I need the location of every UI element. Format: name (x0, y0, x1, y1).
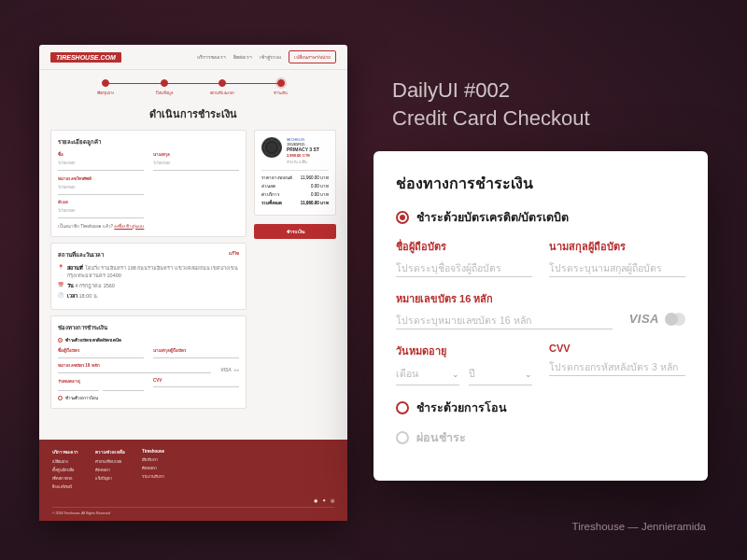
lang-button[interactable]: เปลี่ยนภาษา/หน่วย (289, 50, 336, 63)
location-card: สถานที่และวันเวลาแก้ไข 📍สถานที่ โดยวิ่ง … (50, 243, 247, 310)
step-label: สถานที่และเวลา (210, 90, 234, 96)
radio-icon[interactable] (58, 338, 63, 343)
page-title: ดำเนินการชำระเงิน (39, 102, 347, 130)
radio-icon[interactable] (58, 396, 63, 400)
login-link[interactable]: ลงชื่อเข้าสู่ระบบ (114, 224, 144, 229)
lastname-label: นามสกุลผู้ถือบัตร (549, 238, 685, 255)
edit-link[interactable]: แก้ไข (229, 250, 239, 257)
customer-card: รายละเอียดลูกค้า ชื่อโปรดกรอก นามสกุลโปร… (50, 130, 247, 237)
cardnumber-input[interactable] (396, 312, 613, 329)
month-select[interactable]: เดือน⌄ (396, 363, 459, 385)
radio-icon[interactable] (396, 211, 409, 224)
step-label: เลือกรุ่นยาง (97, 90, 114, 96)
option-installment: ผ่อนชำระ (396, 428, 685, 447)
tire-image (261, 137, 282, 158)
nav-link[interactable]: เข้าสู่ระบบ (260, 53, 281, 61)
whatsapp-icon[interactable]: ◎ (331, 497, 334, 503)
calendar-icon: 📅 (58, 282, 63, 287)
chevron-down-icon: ⌄ (452, 370, 459, 379)
cvv-input[interactable] (549, 358, 685, 376)
cvv-label: CVV (549, 343, 685, 354)
card-heading: ช่องทางการชำระเงิน (396, 172, 685, 195)
radio-icon[interactable] (396, 401, 409, 414)
nav-link[interactable]: บริการของเรา (197, 53, 226, 61)
firstname-label: ชื่อผู้ถือบัตร (396, 238, 532, 255)
twitter-icon[interactable]: ✦ (322, 497, 326, 503)
footer: บริการของเราเปลี่ยนยางตั้งศูนย์ถ่วงล้อเช… (39, 440, 347, 521)
option-transfer[interactable]: ชำระด้วยการโอน (396, 399, 685, 417)
progress-stepper: เลือกรุ่นยาง ป้อนข้อมูล สถานที่และเวลา ช… (39, 70, 347, 102)
top-nav: บริการของเรา ติดต่อเรา เข้าสู่ระบบ เปลี่… (197, 50, 336, 63)
payment-method-card: ช่องทางการชำระเงิน ชำระด้วยบัตรเครดิต/บั… (374, 151, 708, 481)
option-credit-card[interactable]: ชำระด้วยบัตรเครดิต/บัตรเดบิต (396, 208, 685, 227)
lastname-input[interactable] (549, 259, 685, 277)
clock-icon: 🕐 (58, 292, 63, 298)
step-label: ป้อนข้อมูล (156, 90, 173, 96)
payment-card-small: ช่องทางการชำระเงิน ชำระด้วยบัตรเครดิต/บั… (50, 315, 247, 410)
pay-button[interactable]: ชำระเงิน (254, 224, 336, 239)
mastercard-icon (665, 313, 685, 326)
expiry-label: วันหมดอายุ (396, 343, 532, 359)
step-label: ชำระเงิน (274, 90, 288, 96)
pin-icon: 📍 (58, 264, 63, 270)
card-title: รายละเอียดลูกค้า (58, 137, 239, 147)
nav-link[interactable]: ติดต่อเรา (233, 53, 252, 61)
year-select[interactable]: ปี⌄ (469, 363, 532, 385)
facebook-icon[interactable]: ◉ (314, 497, 317, 503)
cardnumber-label: หมายเลขบัตร 16 หลัก (396, 290, 613, 307)
mastercard-icon: ●● (233, 367, 239, 372)
attribution: Tireshouse — Jennieramida (572, 521, 706, 532)
showcase-title: DailyUI #002 Credit Card Checkout (392, 77, 590, 132)
firstname-input[interactable] (396, 259, 532, 277)
visa-icon: VISA (629, 312, 659, 326)
product-summary-card: MICHELIN 195/65R15 PRIMACY 3 ST 2,990.00… (254, 130, 336, 216)
radio-icon (396, 431, 409, 444)
visa-icon: VISA (220, 367, 232, 372)
checkout-page-mockup: TIRESHOUSE.COM บริการของเรา ติดต่อเรา เข… (39, 45, 347, 521)
chevron-down-icon: ⌄ (525, 370, 532, 379)
logo[interactable]: TIRESHOUSE.COM (50, 52, 121, 63)
